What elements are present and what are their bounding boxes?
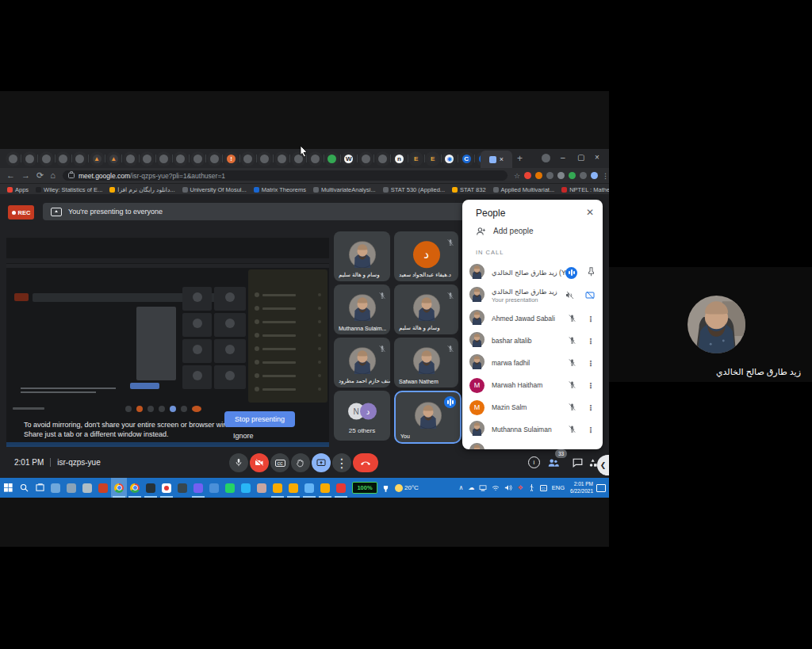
- more-options-icon[interactable]: ⋮: [587, 315, 595, 323]
- participant-tile[interactable]: وسام و هالة سليم: [394, 284, 458, 334]
- bookmark-star-icon[interactable]: ☆: [514, 172, 520, 180]
- people-list-item[interactable]: زيد طارق صالح الخالديYour presentation: [462, 284, 603, 307]
- tab-favicon[interactable]: ▲: [93, 155, 102, 163]
- taskbar-app-icon[interactable]: [270, 478, 285, 498]
- task-view-icon[interactable]: [32, 478, 48, 498]
- more-options-button[interactable]: ⋮: [332, 453, 351, 472]
- tab-favicon[interactable]: !: [227, 155, 236, 163]
- tab-favicon[interactable]: C: [462, 155, 471, 163]
- mic-off-icon[interactable]: [568, 422, 576, 437]
- bookmark-item[interactable]: University Of Mosul...: [182, 186, 247, 193]
- participant-tile[interactable]: Muthanna Sulaim...: [334, 284, 390, 334]
- taskbar-app-icon[interactable]: [143, 478, 159, 498]
- volume-icon[interactable]: [504, 484, 512, 491]
- taskbar-app-icon[interactable]: [317, 478, 333, 498]
- add-people-button[interactable]: Add people: [476, 227, 534, 235]
- menu-kebab-icon[interactable]: ⋮: [602, 172, 609, 180]
- taskbar-clock[interactable]: 2:01 PM 6/22/2021: [570, 481, 593, 494]
- tab-favicon[interactable]: [378, 155, 387, 163]
- info-icon[interactable]: i: [528, 456, 540, 468]
- people-list-item[interactable]: زيد طارق صالح الخالدي (You): [462, 262, 603, 284]
- more-options-icon[interactable]: ⋮: [587, 359, 595, 368]
- extension-icon[interactable]: [569, 172, 576, 179]
- taskbar-app-icon[interactable]: [79, 478, 95, 498]
- presentation-off-icon[interactable]: [585, 288, 595, 303]
- mic-off-icon[interactable]: [568, 311, 576, 326]
- taskbar-app-icon[interactable]: [206, 478, 222, 498]
- bookmark-item[interactable]: Matrix Theorems: [254, 186, 306, 193]
- extension-icon[interactable]: [524, 172, 531, 179]
- bookmark-item[interactable]: STAT 832: [452, 186, 486, 193]
- taskbar-app-icon[interactable]: [254, 478, 270, 498]
- tab-favicon[interactable]: [243, 155, 252, 163]
- camera-off-button[interactable]: [250, 453, 269, 472]
- taskbar-app-icon[interactable]: [111, 478, 127, 498]
- participant-tile[interactable]: منف حازم احمد مطرود: [334, 338, 390, 387]
- extension-icon[interactable]: [557, 172, 565, 179]
- tab-favicon[interactable]: [327, 155, 336, 163]
- tab-favicon[interactable]: n: [395, 155, 404, 163]
- participant-tile[interactable]: You: [394, 391, 462, 444]
- raise-hand-button[interactable]: [291, 453, 310, 472]
- close-icon[interactable]: ✕: [586, 207, 594, 218]
- search-icon[interactable]: [16, 478, 32, 498]
- ignore-button[interactable]: Ignore: [233, 432, 254, 440]
- tab-favicon[interactable]: [278, 155, 286, 163]
- mic-button[interactable]: [229, 453, 248, 472]
- stop-presenting-button[interactable]: Stop presenting: [224, 411, 295, 427]
- extension-icon[interactable]: [546, 172, 553, 179]
- window-minimize-button[interactable]: –: [561, 153, 565, 162]
- people-list-item[interactable]: bashar altalib⋮: [462, 330, 603, 352]
- end-call-button[interactable]: [353, 453, 378, 472]
- usb-icon[interactable]: [528, 484, 535, 491]
- new-tab-button[interactable]: +: [517, 153, 523, 164]
- tab-favicon[interactable]: [193, 155, 202, 163]
- tab-favicon[interactable]: [25, 155, 34, 163]
- tab-favicon[interactable]: [362, 155, 370, 163]
- taskbar-app-icon[interactable]: [159, 478, 174, 498]
- mic-off-icon[interactable]: [568, 356, 576, 370]
- captions-button[interactable]: cc: [270, 453, 289, 472]
- weather-temp[interactable]: 20°C: [404, 484, 419, 491]
- window-maximize-button[interactable]: ▢: [577, 153, 584, 162]
- pin-icon[interactable]: [588, 265, 595, 280]
- ethernet-icon[interactable]: [479, 485, 487, 491]
- start-button[interactable]: [0, 478, 16, 498]
- onedrive-icon[interactable]: ☁: [468, 484, 474, 491]
- mic-off-icon[interactable]: [568, 378, 576, 392]
- chat-icon[interactable]: [573, 456, 583, 471]
- participant-tile[interactable]: دد.هيفاء عبدالجواد سعيد: [394, 231, 458, 281]
- tab-favicon[interactable]: E: [412, 155, 420, 163]
- tab-favicon[interactable]: [75, 155, 84, 163]
- tray-expand-icon[interactable]: ∧: [459, 484, 464, 491]
- taskbar-app-icon[interactable]: [222, 478, 238, 498]
- window-close-button[interactable]: ×: [595, 153, 599, 162]
- taskbar-app-icon[interactable]: [95, 478, 111, 498]
- weather-icon[interactable]: [393, 478, 404, 498]
- collapse-chevron[interactable]: ❮: [597, 455, 609, 475]
- tab-favicon[interactable]: ▲: [109, 155, 118, 163]
- action-center-icon[interactable]: [596, 484, 606, 492]
- home-icon[interactable]: ⌂: [50, 171, 56, 180]
- participant-tile[interactable]: Nد25 others: [334, 391, 390, 441]
- present-button-active[interactable]: [312, 453, 331, 472]
- back-icon[interactable]: ←: [6, 171, 15, 180]
- extension-icon[interactable]: [535, 172, 542, 179]
- taskbar-app-icon[interactable]: [174, 478, 190, 498]
- antivirus-icon[interactable]: ❖: [517, 484, 523, 491]
- bookmark-item[interactable]: Wiley: Statistics of E...: [36, 186, 102, 193]
- tab-favicon[interactable]: [143, 155, 151, 163]
- people-list-item[interactable]: MMarwah Haitham⋮: [462, 374, 603, 396]
- bookmark-item[interactable]: دانلود رایگان نرم افزا...: [109, 186, 174, 193]
- tab-favicon[interactable]: [42, 155, 51, 163]
- bookmark-item[interactable]: Applied Multivariat...: [493, 186, 555, 193]
- tab-favicon[interactable]: ◉: [445, 155, 454, 163]
- tab-close-icon[interactable]: ×: [500, 155, 504, 163]
- tab-favicon[interactable]: [159, 155, 168, 163]
- more-options-icon[interactable]: ⋮: [587, 381, 595, 390]
- taskbar-app-icon[interactable]: [48, 478, 63, 498]
- people-list-item[interactable]: [462, 441, 603, 449]
- bookmark-item[interactable]: NPTEL : Mathemati...: [561, 186, 609, 193]
- tab-favicon[interactable]: [126, 155, 135, 163]
- tab-favicon[interactable]: [311, 155, 320, 163]
